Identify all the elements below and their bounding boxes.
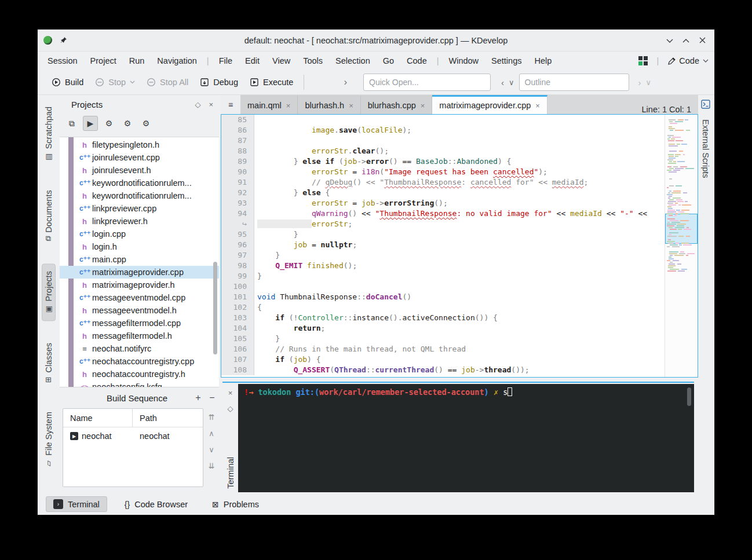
- outline-forward-icon[interactable]: ›: [636, 78, 644, 87]
- tree-item[interactable]: <>neochatconfig.kcfg: [60, 380, 219, 387]
- tree-item[interactable]: hmessageeventmodel.h: [60, 304, 219, 317]
- float-panel-icon[interactable]: ◇: [195, 100, 200, 109]
- add-to-sequence-button[interactable]: +: [191, 393, 205, 403]
- code-line[interactable]: 101void ThumbnailResponse::doCancel(): [221, 292, 665, 302]
- debug-button[interactable]: Debug: [194, 74, 244, 90]
- tree-item[interactable]: hkeywordnotificationrulem...: [60, 189, 219, 202]
- code-line[interactable]: 91 // qDebug() << "ThumbnailResponse: ca…: [221, 177, 665, 188]
- close-tab-icon[interactable]: ×: [286, 101, 291, 110]
- close-panel-icon[interactable]: ×: [209, 100, 213, 109]
- column-header-name[interactable]: Name: [63, 409, 133, 427]
- tree-item[interactable]: c⁺⁺linkpreviewer.cpp: [60, 202, 219, 215]
- menu-project[interactable]: Project: [84, 54, 123, 68]
- code-line[interactable]: 108 Q_ASSERT(QThread::currentThread() ==…: [221, 365, 665, 375]
- minimap[interactable]: [665, 115, 698, 377]
- menu-session[interactable]: Session: [41, 54, 84, 68]
- code-line[interactable]: 97 }: [221, 250, 665, 261]
- tree-item[interactable]: c⁺⁺messagefiltermodel.cpp: [60, 317, 219, 330]
- editor-tab[interactable]: blurhash.h×: [298, 95, 360, 114]
- build-sequence-row[interactable]: ▶ neochat neochat: [63, 427, 203, 445]
- reload-config-icon[interactable]: ⚙: [120, 116, 135, 131]
- area-switcher-icon[interactable]: [638, 56, 648, 65]
- tree-item[interactable]: hneochataccountregistry.h: [60, 368, 219, 380]
- code-line[interactable]: 95 }: [221, 229, 665, 240]
- menu-window[interactable]: Window: [443, 54, 485, 68]
- menu-run[interactable]: Run: [123, 54, 151, 68]
- tree-item[interactable]: ≡neochat.notifyrc: [60, 342, 219, 355]
- tree-item[interactable]: hlinkpreviewer.h: [60, 215, 219, 228]
- toolview-button-terminal[interactable]: ›Terminal: [46, 496, 107, 512]
- code-line[interactable]: 100: [221, 281, 665, 292]
- outline-dropdown-icon[interactable]: ∨: [506, 78, 517, 87]
- editor-tab[interactable]: blurhash.cpp×: [361, 95, 433, 114]
- menu-go[interactable]: Go: [377, 54, 400, 68]
- code-line[interactable]: 98 Q_EMIT finished();: [221, 261, 665, 271]
- tree-item[interactable]: hmessagefiltermodel.h: [60, 330, 219, 342]
- menu-file[interactable]: File: [213, 54, 239, 68]
- code-line[interactable]: 102{: [221, 302, 665, 313]
- code-line[interactable]: 88 errorStr.clear();: [221, 146, 665, 156]
- tree-item[interactable]: c⁺⁺messageeventmodel.cpp: [60, 291, 219, 304]
- code-line[interactable]: 87: [221, 136, 665, 146]
- toolview-button-code-browser[interactable]: {}Code Browser: [118, 497, 195, 511]
- close-tab-icon[interactable]: ×: [535, 101, 540, 110]
- sidebar-tab-scratchpad[interactable]: ▤Scratchpad: [42, 100, 55, 168]
- code-line[interactable]: 93 errorStr = job->errorString();: [221, 198, 665, 208]
- tree-scrollbar[interactable]: [213, 262, 217, 354]
- code-line[interactable]: 90 errorStr = i18n("Image request has be…: [221, 167, 665, 177]
- prune-config-icon[interactable]: ⚙: [138, 116, 154, 131]
- tree-item[interactable]: c⁺⁺joinrulesevent.cpp: [60, 151, 219, 164]
- code-line[interactable]: 96 job = nullptr;: [221, 240, 665, 250]
- menu-code[interactable]: Code: [400, 54, 433, 68]
- move-top-button[interactable]: ⇈: [209, 413, 215, 422]
- configure-icon[interactable]: ⚙: [101, 116, 116, 131]
- editor-tab[interactable]: main.qml×: [240, 95, 298, 114]
- move-up-button[interactable]: ∧: [209, 429, 214, 438]
- terminal-scrollbar[interactable]: [687, 387, 691, 406]
- toolbar-expand-icon[interactable]: ›: [341, 76, 349, 88]
- close-terminal-icon[interactable]: ×: [228, 389, 233, 397]
- toolview-button-problems[interactable]: ⊠Problems: [205, 497, 266, 511]
- menu-settings[interactable]: Settings: [485, 54, 528, 68]
- menu-help[interactable]: Help: [528, 54, 558, 68]
- outline-back-icon[interactable]: ‹: [499, 78, 506, 87]
- outline-more-icon[interactable]: ∨: [644, 78, 654, 87]
- stop-button[interactable]: Stop: [89, 74, 141, 90]
- sidebar-tab-classes[interactable]: ⊞Classes: [42, 336, 55, 389]
- minimize-button[interactable]: [665, 35, 675, 46]
- menu-selection[interactable]: Selection: [329, 54, 377, 68]
- perspective-selector[interactable]: Code: [668, 56, 709, 65]
- tree-item[interactable]: hlogin.h: [60, 240, 219, 253]
- move-down-button[interactable]: ∨: [209, 445, 214, 454]
- open-project-icon[interactable]: ⧉: [64, 116, 79, 131]
- tree-item[interactable]: hmatriximageprovider.h: [60, 279, 219, 291]
- stop-all-button[interactable]: Stop All: [141, 74, 194, 90]
- close-button[interactable]: [697, 35, 707, 46]
- document-list-icon[interactable]: ≡: [221, 95, 240, 114]
- remove-from-sequence-button[interactable]: −: [205, 393, 219, 403]
- code-line[interactable]: 85: [221, 115, 665, 125]
- sidebar-tab-documents[interactable]: ⧉Documents: [42, 183, 55, 248]
- code-line[interactable]: 106 // Runs in the main thread, not QML …: [221, 344, 665, 354]
- tree-item[interactable]: hfiletypesingleton.h: [60, 138, 219, 151]
- tree-item[interactable]: c⁺⁺login.cpp: [60, 228, 219, 240]
- code-line[interactable]: 105 }: [221, 334, 665, 344]
- menu-navigation[interactable]: Navigation: [151, 54, 203, 68]
- code-line[interactable]: 89 } else if (job->error() == BaseJob::A…: [221, 156, 665, 167]
- code-line[interactable]: 104 return;: [221, 323, 665, 334]
- close-tab-icon[interactable]: ×: [349, 101, 353, 110]
- quick-open-input[interactable]: [363, 74, 491, 91]
- build-button[interactable]: Build: [46, 74, 89, 90]
- maximize-button[interactable]: [681, 35, 691, 46]
- sidebar-tab-file-system[interactable]: ▱File System: [42, 405, 55, 475]
- code-line[interactable]: 92 } else {: [221, 188, 665, 198]
- code-line[interactable]: 86 image.save(localFile);: [221, 125, 665, 136]
- menu-view[interactable]: View: [266, 54, 297, 68]
- detach-terminal-icon[interactable]: ◇: [228, 404, 233, 413]
- menu-tools[interactable]: Tools: [297, 54, 329, 68]
- move-bottom-button[interactable]: ⇊: [209, 462, 215, 470]
- code-line[interactable]: ↪ errorStr;: [221, 219, 665, 229]
- tree-item[interactable]: c⁺⁺matriximageprovider.cpp: [60, 266, 219, 279]
- tree-item[interactable]: c⁺⁺neochataccountregistry.cpp: [60, 355, 219, 368]
- code-editor[interactable]: 8586 image.save(localFile);8788 errorStr…: [221, 114, 698, 378]
